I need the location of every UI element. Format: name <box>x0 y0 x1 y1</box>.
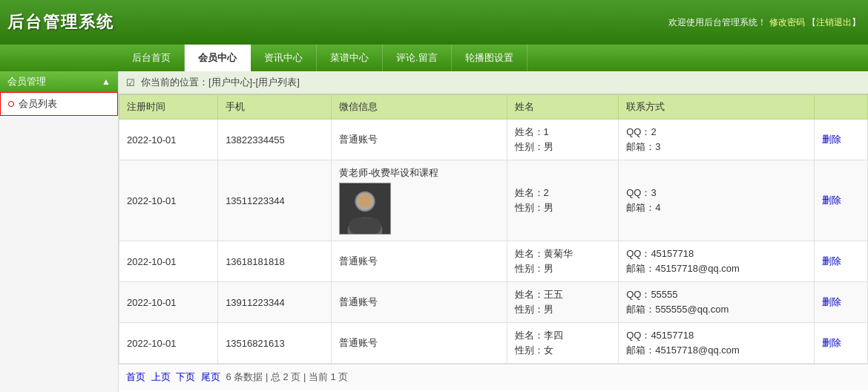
nav-item-资讯中心[interactable]: 资讯中心 <box>251 45 317 71</box>
cell-delete: 删除 <box>815 323 868 364</box>
cell-delete: 删除 <box>815 241 868 282</box>
name-value: 姓名：黄菊华 <box>515 247 611 261</box>
qq-value: QQ：45157718 <box>626 329 806 342</box>
gender-value: 性别：男 <box>515 262 611 275</box>
wechat-label: 黄老师-收费毕设和课程 <box>339 166 499 180</box>
top-right-info: 欢迎使用后台管理系统！ 修改密码 【注销退出】 <box>668 16 861 29</box>
nav-item-评论.留言[interactable]: 评论.留言 <box>383 45 452 71</box>
pagination-info: 6 条数据 | 总 2 页 | 当前 1 页 <box>226 371 349 382</box>
sidebar: 会员管理 ▲ 会员列表 <box>0 71 119 392</box>
delete-button[interactable]: 删除 <box>822 134 841 145</box>
cell-delete: 删除 <box>815 120 868 160</box>
table-row: 2022-10-0113911223344普通账号姓名：王五性别：男QQ：555… <box>119 282 868 323</box>
pagination-first[interactable]: 首页 <box>126 371 145 382</box>
pagination-next[interactable]: 下页 <box>176 371 195 382</box>
gender-value: 性别：男 <box>515 303 611 316</box>
cell-contact: QQ：45157718邮箱：45157718@qq.com <box>619 241 815 282</box>
name-value: 姓名：李四 <box>515 329 611 342</box>
cell-wechat: 普通账号 <box>332 120 507 160</box>
navbar: 后台首页会员中心资讯中心菜谱中心评论.留言轮播图设置 <box>0 45 868 71</box>
sidebar-dot-icon <box>8 101 14 107</box>
nav-item-菜谱中心[interactable]: 菜谱中心 <box>317 45 383 71</box>
sidebar-item-member-list[interactable]: 会员列表 <box>0 92 118 116</box>
nav-item-会员中心[interactable]: 会员中心 <box>185 45 251 71</box>
pagination: 首页 上页 下页 尾页 6 条数据 | 总 2 页 | 当前 1 页 <box>119 364 868 390</box>
sidebar-arrow-icon: ▲ <box>102 76 111 87</box>
table-row: 2022-10-0113618181818普通账号姓名：黄菊华性别：男QQ：45… <box>119 241 868 282</box>
change-password-link[interactable]: 修改密码 <box>769 17 805 27</box>
cell-delete: 删除 <box>815 160 868 241</box>
email-value: 邮箱：45157718@qq.com <box>626 262 806 275</box>
delete-button[interactable]: 删除 <box>822 255 841 267</box>
cell-reg-time: 2022-10-01 <box>119 120 218 160</box>
cell-reg-time: 2022-10-01 <box>119 282 218 323</box>
col-contact: 联系方式 <box>619 95 815 120</box>
cell-wechat: 普通账号 <box>332 323 507 364</box>
qq-value: QQ：2 <box>626 125 806 139</box>
cell-contact: QQ：2邮箱：3 <box>619 120 815 160</box>
pagination-prev[interactable]: 上页 <box>151 371 171 382</box>
sidebar-item-label: 会员列表 <box>19 97 57 111</box>
svg-rect-6 <box>349 218 381 234</box>
email-value: 邮箱：4 <box>626 201 806 215</box>
col-reg-time: 注册时间 <box>119 95 218 120</box>
gender-value: 性别：男 <box>515 140 611 154</box>
sidebar-section-label: 会员管理 <box>7 75 46 88</box>
wechat-avatar <box>339 183 391 235</box>
email-value: 邮箱：45157718@qq.com <box>626 344 806 357</box>
cell-contact: QQ：55555邮箱：555555@qq.com <box>619 282 815 323</box>
main-content: ☑ 你当前的位置：[用户中心]-[用户列表] 注册时间 手机 微信信息 姓名 联… <box>119 71 868 392</box>
cell-wechat: 黄老师-收费毕设和课程 <box>332 160 507 241</box>
name-value: 姓名：王五 <box>515 288 611 301</box>
cell-phone: 13516821613 <box>218 323 332 364</box>
header: 后台管理系统 欢迎使用后台管理系统！ 修改密码 【注销退出】 <box>0 0 868 45</box>
nav-item-轮播图设置[interactable]: 轮播图设置 <box>452 45 527 71</box>
cell-name: 姓名：1性别：男 <box>507 120 619 160</box>
email-value: 邮箱：555555@qq.com <box>626 303 806 316</box>
welcome-text: 欢迎使用后台管理系统！ <box>668 17 766 27</box>
name-value: 姓名：2 <box>515 186 611 200</box>
checkbox-icon: ☑ <box>126 77 135 88</box>
cell-wechat: 普通账号 <box>332 282 507 323</box>
email-value: 邮箱：3 <box>626 140 806 154</box>
svg-point-4 <box>358 194 372 208</box>
nav-item-后台首页[interactable]: 后台首页 <box>119 45 185 71</box>
cell-phone: 13911223344 <box>218 282 332 323</box>
breadcrumb-text: 你当前的位置：[用户中心]-[用户列表] <box>141 76 300 89</box>
cell-name: 姓名：2性别：男 <box>507 160 619 241</box>
table-row: 2022-10-0113511223344黄老师-收费毕设和课程 姓名：2性别：… <box>119 160 868 241</box>
cell-contact: QQ：3邮箱：4 <box>619 160 815 241</box>
sidebar-section-title: 会员管理 ▲ <box>0 71 118 92</box>
cell-phone: 13822334455 <box>218 120 332 160</box>
member-table: 注册时间 手机 微信信息 姓名 联系方式 2022-10-01138223344… <box>119 94 868 364</box>
gender-value: 性别：女 <box>515 344 611 357</box>
gender-value: 性别：男 <box>515 201 611 215</box>
cell-wechat: 普通账号 <box>332 241 507 282</box>
pagination-last[interactable]: 尾页 <box>201 371 220 382</box>
col-action <box>815 95 868 120</box>
breadcrumb: ☑ 你当前的位置：[用户中心]-[用户列表] <box>119 71 868 94</box>
delete-button[interactable]: 删除 <box>822 195 841 206</box>
table-row: 2022-10-0113516821613普通账号姓名：李四性别：女QQ：451… <box>119 323 868 364</box>
logout-link[interactable]: 注销退出 <box>816 17 852 27</box>
cell-name: 姓名：黄菊华性别：男 <box>507 241 619 282</box>
qq-value: QQ：45157718 <box>626 247 806 261</box>
qq-value: QQ：55555 <box>626 288 806 301</box>
col-phone: 手机 <box>218 95 332 120</box>
col-name: 姓名 <box>507 95 619 120</box>
layout: 会员管理 ▲ 会员列表 ☑ 你当前的位置：[用户中心]-[用户列表] 注册时间 … <box>0 71 868 392</box>
cell-delete: 删除 <box>815 282 868 323</box>
cell-contact: QQ：45157718邮箱：45157718@qq.com <box>619 323 815 364</box>
cell-phone: 13511223344 <box>218 160 332 241</box>
name-value: 姓名：1 <box>515 125 611 139</box>
delete-button[interactable]: 删除 <box>822 296 841 307</box>
logo: 后台管理系统 <box>7 11 126 33</box>
cell-phone: 13618181818 <box>218 241 332 282</box>
delete-button[interactable]: 删除 <box>822 337 841 348</box>
qq-value: QQ：3 <box>626 186 806 200</box>
cell-name: 姓名：李四性别：女 <box>507 323 619 364</box>
cell-name: 姓名：王五性别：男 <box>507 282 619 323</box>
table-header-row: 注册时间 手机 微信信息 姓名 联系方式 <box>119 95 868 120</box>
table-row: 2022-10-0113822334455普通账号姓名：1性别：男QQ：2邮箱：… <box>119 120 868 160</box>
cell-reg-time: 2022-10-01 <box>119 160 218 241</box>
